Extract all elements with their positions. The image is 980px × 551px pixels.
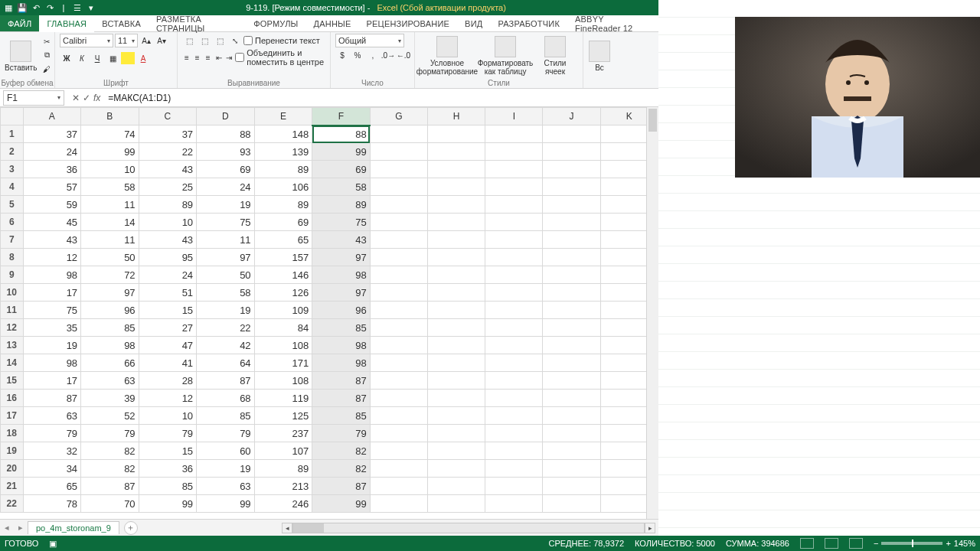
cell[interactable]: 24 <box>23 143 81 161</box>
cell[interactable]: 85 <box>312 319 371 337</box>
cell[interactable]: 97 <box>312 284 371 302</box>
cell[interactable]: 88 <box>312 126 371 143</box>
cell[interactable]: 45 <box>23 214 81 231</box>
cell[interactable]: 87 <box>197 372 255 390</box>
cell[interactable]: 43 <box>139 161 197 178</box>
zoom-in-icon[interactable]: + <box>946 539 950 548</box>
cell[interactable] <box>543 372 600 390</box>
merge-center-toggle[interactable]: Объединить и поместить в центре <box>235 51 325 64</box>
cell[interactable] <box>543 354 600 372</box>
cell[interactable] <box>485 143 543 161</box>
row-header[interactable]: 5 <box>1 196 24 214</box>
cell[interactable]: 107 <box>254 442 312 460</box>
cell[interactable]: 70 <box>81 495 139 513</box>
cell[interactable]: 139 <box>254 143 312 161</box>
cell[interactable]: 171 <box>254 354 312 372</box>
border-button[interactable]: ▦ <box>106 52 119 64</box>
row-header[interactable]: 8 <box>1 249 24 266</box>
cell[interactable]: 88 <box>197 126 255 143</box>
cell[interactable] <box>428 495 485 513</box>
indent-inc-icon[interactable]: ⇥ <box>224 51 234 64</box>
cell[interactable] <box>543 284 600 302</box>
cell[interactable]: 27 <box>139 319 197 337</box>
cell[interactable]: 50 <box>81 249 139 266</box>
qat-undo-icon[interactable]: ↶ <box>31 2 41 13</box>
horizontal-scrollbar[interactable]: ◂ ▸ <box>138 523 658 533</box>
cell[interactable] <box>370 196 427 214</box>
cell[interactable]: 87 <box>312 478 371 495</box>
cell[interactable] <box>428 196 485 214</box>
cell[interactable]: 75 <box>197 214 255 231</box>
cell[interactable]: 98 <box>312 354 371 372</box>
cell[interactable]: 28 <box>139 372 197 390</box>
hscroll-left-icon[interactable]: ◂ <box>282 523 292 533</box>
cell[interactable]: 99 <box>139 495 197 513</box>
format-as-table-button[interactable]: Форматировать как таблицу <box>478 34 533 78</box>
cell[interactable]: 125 <box>254 407 312 425</box>
cell[interactable] <box>370 214 427 231</box>
cell[interactable] <box>370 442 427 460</box>
worksheet-area[interactable]: ABCDEFGHIJK13774378814888224992293139993… <box>0 107 658 519</box>
cell[interactable]: 98 <box>23 266 81 284</box>
cell[interactable]: 89 <box>254 196 312 214</box>
cell[interactable]: 79 <box>139 425 197 442</box>
cell[interactable] <box>428 126 485 143</box>
cell[interactable]: 37 <box>139 126 197 143</box>
cell[interactable]: 25 <box>139 178 197 196</box>
cell[interactable]: 11 <box>197 231 255 249</box>
number-format-select[interactable]: Общий <box>335 34 404 47</box>
cell[interactable] <box>428 337 485 354</box>
cell[interactable]: 99 <box>312 143 371 161</box>
cell[interactable]: 84 <box>254 319 312 337</box>
cell[interactable] <box>428 178 485 196</box>
tab-file[interactable]: ФАЙЛ <box>0 15 39 31</box>
zoom-slider[interactable] <box>881 542 942 545</box>
cell[interactable] <box>428 249 485 266</box>
cell[interactable]: 74 <box>81 126 139 143</box>
sheet-nav-next-icon[interactable]: ▸ <box>14 523 28 533</box>
cell[interactable]: 69 <box>197 161 255 178</box>
cell[interactable] <box>428 161 485 178</box>
spreadsheet-grid[interactable]: ABCDEFGHIJK13774378814888224992293139993… <box>0 107 658 513</box>
cell[interactable]: 63 <box>81 372 139 390</box>
cell[interactable] <box>485 126 543 143</box>
wrap-text-toggle[interactable]: Перенести текст <box>243 34 320 47</box>
cell[interactable]: 10 <box>139 214 197 231</box>
hscroll-right-icon[interactable]: ▸ <box>645 523 655 533</box>
tab-page-layout[interactable]: РАЗМЕТКА СТРАНИЦЫ <box>149 15 246 31</box>
cell[interactable]: 36 <box>23 161 81 178</box>
cell[interactable]: 99 <box>81 143 139 161</box>
dec-decimal-icon[interactable]: ←.0 <box>397 49 410 61</box>
cell[interactable] <box>370 337 427 354</box>
cell[interactable] <box>543 126 600 143</box>
cell[interactable] <box>543 214 600 231</box>
qat-filter-icon[interactable]: ▾ <box>86 2 96 13</box>
indent-dec-icon[interactable]: ⇤ <box>214 51 224 64</box>
cell[interactable]: 82 <box>81 442 139 460</box>
cell[interactable]: 146 <box>254 266 312 284</box>
cell[interactable] <box>485 214 543 231</box>
cell[interactable]: 19 <box>23 337 81 354</box>
cell[interactable] <box>543 495 600 513</box>
tab-view[interactable]: ВИД <box>457 15 490 31</box>
cell[interactable]: 99 <box>312 495 371 513</box>
cell[interactable]: 87 <box>312 372 371 390</box>
tab-data[interactable]: ДАННЫЕ <box>306 15 359 31</box>
cell[interactable] <box>543 266 600 284</box>
row-header[interactable]: 21 <box>1 478 24 495</box>
cell[interactable] <box>485 249 543 266</box>
cell[interactable]: 75 <box>23 302 81 319</box>
cell-styles-button[interactable]: Стили ячеек <box>536 34 574 78</box>
cell[interactable] <box>485 161 543 178</box>
cell[interactable]: 85 <box>81 319 139 337</box>
row-header[interactable]: 10 <box>1 284 24 302</box>
tab-abbyy[interactable]: ABBYY FineReader 12 <box>567 15 658 31</box>
cell[interactable]: 19 <box>197 460 255 478</box>
cell[interactable] <box>485 495 543 513</box>
italic-button[interactable]: К <box>75 52 89 64</box>
cell[interactable]: 69 <box>312 161 371 178</box>
orientation-icon[interactable]: ⤡ <box>228 34 242 47</box>
select-all-corner[interactable] <box>1 108 24 126</box>
cell[interactable] <box>428 214 485 231</box>
cell[interactable]: 37 <box>23 126 81 143</box>
